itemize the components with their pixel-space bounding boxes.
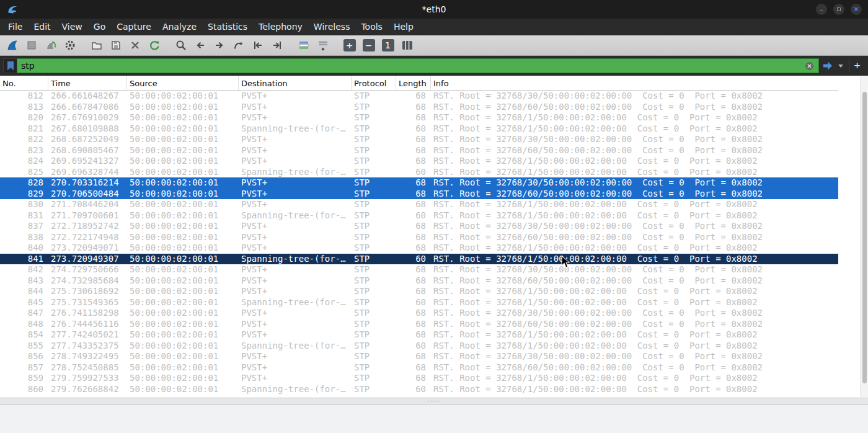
goto-packet-button[interactable] [229, 37, 248, 54]
column-header-length[interactable]: Length [396, 76, 431, 90]
cell-destination: PVST+ [239, 319, 352, 330]
first-packet-button[interactable] [248, 37, 267, 54]
cell-no: 820 [0, 112, 48, 123]
menu-capture[interactable]: Capture [111, 19, 157, 35]
colorize-packets-button[interactable] [294, 37, 313, 54]
zoom-original-button[interactable]: 1 [378, 37, 397, 54]
filter-dropdown-button[interactable] [836, 58, 845, 73]
resize-columns-button[interactable] [397, 37, 417, 54]
vertical-scrollbar[interactable] [861, 76, 868, 397]
packet-row-828[interactable]: 828270.70331621450:00:00:02:00:01PVST+ST… [0, 177, 838, 189]
cell-info: RST. Root = 32768/1/50:00:00:02:00:00 Co… [431, 286, 838, 297]
packet-row-845[interactable]: 845275.73154936550:00:00:02:00:01Spannin… [0, 297, 838, 308]
packet-row-820[interactable]: 820267.67691002950:00:00:02:00:01PVST+ST… [0, 112, 838, 123]
next-packet-button[interactable] [210, 37, 229, 54]
scrollbar-thumb[interactable] [862, 92, 867, 383]
packet-row-848[interactable]: 848276.74445611650:00:00:02:00:01PVST+ST… [0, 319, 838, 330]
column-header-destination[interactable]: Destination [239, 76, 352, 90]
cell-time: 266.661648267 [48, 91, 127, 102]
cell-destination: PVST+ [239, 264, 352, 275]
packet-row-829[interactable]: 829270.70650048450:00:00:02:00:01PVST+ST… [0, 189, 838, 200]
maximize-button[interactable] [833, 4, 844, 15]
packet-row-825[interactable]: 825269.69632874450:00:00:02:00:01Spannin… [0, 167, 838, 178]
reload-button[interactable] [144, 37, 164, 54]
cell-time: 270.703316214 [48, 177, 127, 189]
cell-destination: PVST+ [239, 102, 352, 113]
previous-packet-button[interactable] [190, 37, 210, 54]
packet-row-854[interactable]: 854277.74240502150:00:00:02:00:01PVST+ST… [0, 329, 838, 341]
close-file-button[interactable] [125, 37, 144, 54]
pane-splitter[interactable]: ····· [0, 398, 868, 405]
zoom-in-button[interactable]: + [340, 37, 359, 54]
cell-length: 68 [396, 91, 431, 102]
filter-add-button[interactable]: + [849, 58, 865, 73]
cell-length: 68 [396, 102, 431, 113]
packet-row-838[interactable]: 838272.72217494850:00:00:02:00:01PVST+ST… [0, 232, 838, 243]
menu-telephony[interactable]: Telephony [253, 19, 308, 35]
menu-help[interactable]: Help [388, 19, 419, 35]
packet-row-840[interactable]: 840273.72094907150:00:00:02:00:01PVST+ST… [0, 243, 838, 254]
save-file-button[interactable] [106, 37, 125, 54]
packet-row-823[interactable]: 823268.69080546750:00:00:02:00:01PVST+ST… [0, 145, 838, 156]
packet-details-pane [0, 405, 868, 433]
stop-capture-button[interactable] [22, 37, 41, 54]
filter-bookmark-button[interactable] [3, 58, 17, 73]
toolbar-separator [164, 37, 171, 54]
column-header-time[interactable]: Time [48, 76, 127, 90]
packet-row-831[interactable]: 831271.70970060150:00:00:02:00:01Spannin… [0, 210, 838, 221]
last-packet-button[interactable] [267, 37, 286, 54]
cell-protocol: STP [352, 264, 396, 275]
packet-row-859[interactable]: 859279.75992753350:00:00:02:00:01PVST+ST… [0, 373, 838, 384]
menu-wireless[interactable]: Wireless [308, 19, 356, 35]
packet-row-821[interactable]: 821267.68010988850:00:00:02:00:01Spannin… [0, 123, 838, 135]
menu-file[interactable]: File [2, 19, 28, 35]
capture-options-button[interactable] [60, 37, 79, 54]
find-packet-button[interactable] [171, 37, 190, 54]
start-capture-button[interactable] [2, 37, 22, 54]
cell-time: 276.741158298 [48, 308, 127, 319]
menu-analyze[interactable]: Analyze [157, 19, 202, 35]
minimize-button[interactable]: – [816, 4, 827, 15]
packet-row-857[interactable]: 857278.75245088550:00:00:02:00:01PVST+ST… [0, 362, 838, 373]
column-header-no[interactable]: No. [0, 76, 48, 90]
zoom-out-button[interactable]: − [359, 37, 378, 54]
cell-no: 812 [0, 91, 48, 102]
cell-source: 50:00:00:02:00:01 [127, 275, 239, 287]
menu-statistics[interactable]: Statistics [202, 19, 253, 35]
cell-protocol: STP [352, 210, 396, 221]
menu-go[interactable]: Go [88, 19, 111, 35]
column-header-source[interactable]: Source [127, 76, 239, 90]
packet-row-824[interactable]: 824269.69524132750:00:00:02:00:01PVST+ST… [0, 156, 838, 167]
cell-protocol: STP [352, 91, 396, 102]
cell-time: 269.696328744 [48, 167, 127, 178]
packet-row-822[interactable]: 822268.68725204950:00:00:02:00:01PVST+ST… [0, 134, 838, 145]
packet-row-860[interactable]: 860279.76266884250:00:00:02:00:01Spannin… [0, 384, 838, 395]
capture-options-icon [64, 39, 76, 51]
packet-row-844[interactable]: 844275.73061869250:00:00:02:00:01PVST+ST… [0, 286, 838, 297]
restart-capture-button[interactable] [41, 37, 60, 54]
packet-row-856[interactable]: 856278.74932249550:00:00:02:00:01PVST+ST… [0, 351, 838, 362]
menu-view[interactable]: View [56, 19, 88, 35]
packet-row-847[interactable]: 847276.74115829850:00:00:02:00:01PVST+ST… [0, 308, 838, 319]
packet-row-830[interactable]: 830271.70844620450:00:00:02:00:01PVST+ST… [0, 199, 838, 210]
auto-scroll-button[interactable] [313, 37, 332, 54]
column-header-protocol[interactable]: Protocol [352, 76, 396, 90]
display-filter-input[interactable]: stp [17, 58, 819, 73]
cell-no: 822 [0, 134, 48, 145]
menu-edit[interactable]: Edit [28, 19, 56, 35]
close-button[interactable]: ✕ [851, 4, 862, 15]
cell-source: 50:00:00:02:00:01 [127, 341, 239, 352]
packet-row-855[interactable]: 855277.74335237550:00:00:02:00:01Spannin… [0, 341, 838, 352]
packet-row-843[interactable]: 843274.73298568450:00:00:02:00:01PVST+ST… [0, 275, 838, 287]
packet-row-812[interactable]: 812266.66164826750:00:00:02:00:01PVST+ST… [0, 91, 838, 102]
packet-row-841[interactable]: 841273.72094930750:00:00:02:00:01Spannin… [0, 254, 838, 265]
cell-length: 60 [396, 297, 431, 308]
menu-tools[interactable]: Tools [355, 19, 388, 35]
packet-row-837[interactable]: 837272.71895274250:00:00:02:00:01PVST+ST… [0, 221, 838, 232]
filter-apply-button[interactable] [819, 58, 836, 73]
filter-clear-button[interactable] [804, 60, 815, 71]
packet-row-813[interactable]: 813266.66784708650:00:00:02:00:01PVST+ST… [0, 102, 838, 113]
column-header-info[interactable]: Info [431, 76, 838, 90]
packet-row-842[interactable]: 842274.72975066650:00:00:02:00:01PVST+ST… [0, 264, 838, 275]
open-file-button[interactable] [87, 37, 106, 54]
